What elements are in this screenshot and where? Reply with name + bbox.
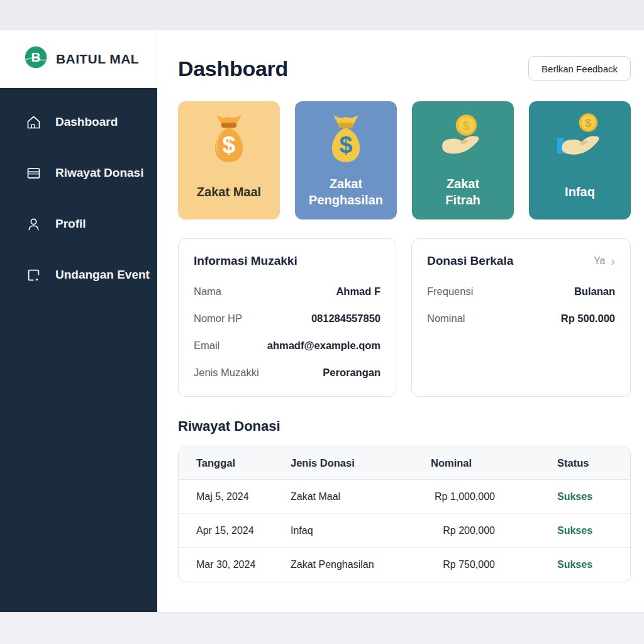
column-header-tanggal: Tanggal <box>179 457 273 469</box>
cell-tanggal: Maj 5, 2024 <box>179 491 273 502</box>
list-icon <box>25 165 42 182</box>
zakat-card-label: Infaq <box>565 170 595 219</box>
cell-nominal: Rp 750,000 <box>406 559 540 570</box>
field-value: Perorangan <box>323 367 380 379</box>
field-row-nama: Nama Ahmad F <box>194 283 380 299</box>
field-value: Ahmad F <box>336 286 380 297</box>
informasi-muzakki-title: Informasi Muzakki <box>194 254 297 268</box>
cell-tanggal: Apr 15, 2024 <box>179 525 273 536</box>
riwayat-donasi-table: Tanggal Jenis Donasi Nominal Status Maj … <box>178 447 631 582</box>
sidebar-item-label: Riwayat Donasi <box>55 166 143 180</box>
field-row-jenis-muzakki: Jenis Muzakki Perorangan <box>194 364 380 380</box>
cell-jenis-donasi: Zakat Penghasilan <box>273 559 406 570</box>
field-row-email: Email ahmadf@example.qom <box>194 337 380 353</box>
status-badge: Sukses <box>540 559 630 570</box>
zakat-fitrah-card[interactable]: $ Zakat Fitrah <box>412 101 514 219</box>
sidebar-item-label: Dashboard <box>55 115 118 129</box>
top-gray-band <box>0 0 644 30</box>
field-value: 081284557850 <box>311 313 380 325</box>
home-icon <box>25 114 42 131</box>
table-row: Mar 30, 2024 Zakat Penghasilan Rp 750,00… <box>179 548 630 582</box>
sidebar-item-dashboard[interactable]: Dashboard <box>0 107 157 137</box>
field-row-nomor-hp: Nomor HP 081284557850 <box>194 310 380 326</box>
column-header-status: Status <box>540 457 630 469</box>
brand-logo-icon: B <box>24 45 49 73</box>
cell-jenis-donasi: Zakat Maal <box>273 491 406 502</box>
zakat-card-label: Zakat Maal <box>197 170 261 219</box>
svg-text:$: $ <box>585 116 592 130</box>
money-bag-icon: $ <box>199 110 259 170</box>
page-header: Dashboard Berlkan Feedback <box>178 54 631 83</box>
zakat-card-row: $ Zakat Maal $ Zakat Penghasilan <box>178 101 631 219</box>
app-window: B BAITUL MAL Dashboard <box>0 0 644 644</box>
brand-area: B BAITUL MAL <box>0 30 157 88</box>
svg-text:$: $ <box>463 119 470 133</box>
sidebar-item-label: Profil <box>55 217 86 231</box>
cell-jenis-donasi: Infaq <box>273 525 406 536</box>
column-header-nominal: Nominal <box>406 457 540 469</box>
cell-nominal: Rp 200,000 <box>406 525 540 536</box>
table-row: Apr 15, 2024 Infaq Rp 200,000 Sukses <box>179 514 630 548</box>
field-label: Jenis Muzakki <box>194 367 259 379</box>
donasi-berkala-title: Donasi Berkala <box>427 254 513 268</box>
sidebar-item-label: Undangan Event <box>55 268 150 282</box>
main-content: Dashboard Berlkan Feedback $ Zakat Maal <box>157 30 644 612</box>
field-row-frequensi: Frequensi Bulanan <box>427 283 615 299</box>
field-value: Bulanan <box>574 286 615 297</box>
zakat-penghasilan-card[interactable]: $ Zakat Penghasilan <box>295 101 397 219</box>
svg-text:$: $ <box>340 131 353 158</box>
column-header-jenis-donasi: Jenis Donasi <box>273 457 406 469</box>
table-header-row: Tanggal Jenis Donasi Nominal Status <box>179 447 630 480</box>
zakat-card-label: Zakat Penghasilan <box>309 170 383 219</box>
cell-nominal: Rp 1,000,000 <box>406 491 540 502</box>
page-title: Dashboard <box>178 57 288 81</box>
donasi-berkala-toggle[interactable]: Ya › <box>594 255 615 267</box>
donasi-berkala-card: Donasi Berkala Ya › Frequensi Bulanan No… <box>411 238 631 397</box>
sidebar-item-riwayat-donasi[interactable]: Riwayat Donasi <box>0 158 157 188</box>
status-badge: Sukses <box>540 525 630 536</box>
hand-coin-dollar-icon: $ <box>550 110 610 170</box>
field-label: Frequensi <box>427 286 473 297</box>
status-badge: Sukses <box>540 491 630 502</box>
sidebar-nav: Dashboard Riwayat Donasi <box>0 88 157 612</box>
user-icon <box>25 216 42 233</box>
field-label: Nomor HP <box>194 313 242 325</box>
zakat-card-label: Zakat Fitrah <box>445 170 480 219</box>
field-row-nominal: Nominal Rp 500.000 <box>427 310 615 326</box>
sidebar-item-undangan-event[interactable]: Undangan Event <box>0 260 157 290</box>
hand-coin-icon: $ <box>433 110 493 170</box>
svg-text:B: B <box>31 50 41 64</box>
field-label: Nama <box>194 286 221 297</box>
field-value: ahmadf@example.qom <box>267 340 380 352</box>
bottom-gray-band <box>0 612 644 644</box>
info-card-row: Informasi Muzakki Nama Ahmad F Nomor HP … <box>178 238 631 397</box>
cell-tanggal: Mar 30, 2024 <box>179 559 273 570</box>
donasi-berkala-status: Ya <box>594 255 605 267</box>
table-row: Maj 5, 2024 Zakat Maal Rp 1,000,000 Suks… <box>179 480 630 514</box>
svg-text:$: $ <box>223 131 236 158</box>
money-bag-icon: $ <box>316 110 376 170</box>
feedback-button[interactable]: Berlkan Feedback <box>528 56 631 81</box>
field-label: Email <box>194 340 219 352</box>
field-label: Nominal <box>427 313 465 325</box>
zakat-maal-card[interactable]: $ Zakat Maal <box>178 101 280 219</box>
event-icon <box>25 267 42 284</box>
sidebar-item-profil[interactable]: Profil <box>0 209 157 239</box>
riwayat-donasi-title: Riwayat Donasi <box>178 418 631 435</box>
field-value: Rp 500.000 <box>561 313 615 325</box>
informasi-muzakki-card: Informasi Muzakki Nama Ahmad F Nomor HP … <box>178 238 396 397</box>
sidebar: B BAITUL MAL Dashboard <box>0 30 157 612</box>
chevron-right-icon: › <box>611 255 615 267</box>
brand-name: BAITUL MAL <box>56 52 139 67</box>
infaq-card[interactable]: $ Infaq <box>529 101 631 219</box>
